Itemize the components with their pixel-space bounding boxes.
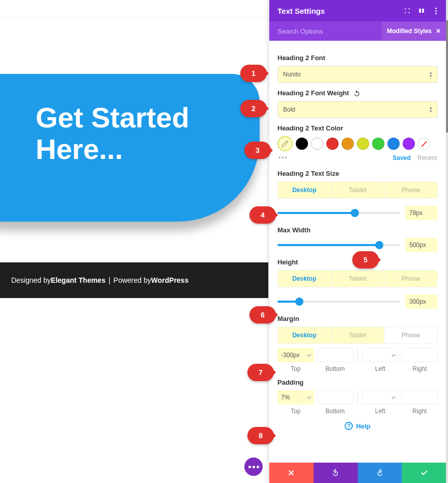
scrollbar-thumb[interactable] bbox=[446, 20, 448, 132]
color-swatch-red[interactable] bbox=[326, 138, 339, 150]
hero-area: Get Started Here... bbox=[0, 18, 268, 262]
color-swatch-white[interactable] bbox=[311, 138, 323, 150]
padding-inputs: 7%⇄ Top Bottom ⇄ Left Right bbox=[277, 390, 438, 415]
link-icon[interactable]: ⇄ bbox=[304, 353, 314, 358]
reset-icon[interactable] bbox=[353, 90, 360, 97]
callout-3: 3 bbox=[244, 142, 271, 159]
help-icon: ? bbox=[345, 422, 353, 430]
label-weight: Heading 2 Font Weight bbox=[277, 89, 438, 97]
link-icon[interactable]: ⇄ bbox=[304, 395, 314, 400]
padding-right-label: Right bbox=[402, 408, 438, 415]
size-slider-row: 78px bbox=[277, 206, 438, 220]
preview-columns-icon[interactable] bbox=[416, 6, 427, 16]
color-swatch-blue[interactable] bbox=[387, 138, 400, 150]
weight-select[interactable]: Bold ▴▾ bbox=[277, 101, 438, 118]
maxw-slider[interactable] bbox=[277, 244, 400, 246]
maxw-value[interactable]: 500px bbox=[405, 238, 438, 252]
color-swatch-yellow[interactable] bbox=[357, 138, 369, 150]
size-tab-desktop[interactable]: Desktop bbox=[278, 182, 331, 198]
chevron-updown-icon: ▴▾ bbox=[430, 106, 432, 113]
redo-button[interactable] bbox=[358, 463, 402, 483]
undo-button[interactable] bbox=[314, 463, 358, 483]
color-swatch-black[interactable] bbox=[296, 138, 308, 150]
margin-bottom-input[interactable] bbox=[317, 348, 354, 362]
color-swatch-none[interactable] bbox=[418, 138, 430, 150]
height-slider-row: 300px bbox=[277, 294, 438, 309]
label-padding: Padding bbox=[277, 379, 438, 386]
padding-left-input[interactable]: ⇄ bbox=[362, 390, 399, 405]
builder-fab[interactable] bbox=[244, 458, 263, 476]
panel-subheader: Modified Styles ✕ bbox=[269, 21, 446, 41]
label-maxw: Max Width bbox=[277, 226, 438, 234]
padding-top-label: Top bbox=[277, 408, 314, 415]
size-tab-tablet[interactable]: Tablet bbox=[331, 182, 385, 198]
search-input[interactable] bbox=[277, 28, 382, 35]
more-dots-icon[interactable]: ••• bbox=[278, 154, 288, 162]
margin-left-label: Left bbox=[362, 365, 399, 372]
eyedropper-button[interactable] bbox=[277, 136, 293, 151]
padding-right-input[interactable] bbox=[402, 390, 438, 405]
size-tab-phone[interactable]: Phone bbox=[384, 182, 437, 198]
label-margin: Margin bbox=[277, 315, 438, 323]
saved-tab[interactable]: Saved bbox=[393, 154, 410, 162]
margin-top-input[interactable]: -300px⇄ bbox=[277, 348, 314, 362]
margin-left-input[interactable]: ⇄ bbox=[362, 348, 399, 362]
panel-action-bar bbox=[269, 463, 446, 483]
color-swatch-purple[interactable] bbox=[403, 138, 415, 150]
footer-text: Designed by bbox=[11, 276, 51, 284]
label-weight-text: Heading 2 Font Weight bbox=[277, 89, 349, 97]
maxw-slider-row: 500px bbox=[277, 238, 438, 252]
label-color: Heading 2 Text Color bbox=[277, 124, 438, 132]
hero-heading: Get Started Here... bbox=[36, 102, 229, 165]
padding-left-label: Left bbox=[362, 408, 399, 415]
save-button[interactable] bbox=[402, 463, 446, 483]
padding-bottom-label: Bottom bbox=[317, 408, 354, 415]
margin-tab-tablet[interactable]: Tablet bbox=[331, 327, 385, 343]
height-tab-phone[interactable]: Phone bbox=[384, 271, 437, 287]
color-swatch-green[interactable] bbox=[372, 138, 384, 150]
modified-styles-pill[interactable]: Modified Styles ✕ bbox=[382, 22, 446, 40]
recent-tab[interactable]: Recent bbox=[417, 154, 437, 162]
expand-icon[interactable] bbox=[402, 6, 412, 16]
panel-title: Text Settings bbox=[277, 7, 398, 15]
height-tab-tablet[interactable]: Tablet bbox=[331, 271, 385, 287]
height-slider[interactable] bbox=[277, 301, 400, 303]
link-icon[interactable]: ⇄ bbox=[389, 395, 398, 400]
margin-tab-desktop[interactable]: Desktop bbox=[278, 327, 331, 343]
margin-tab-phone[interactable]: Phone bbox=[384, 327, 437, 343]
footer-mid: Powered by bbox=[114, 276, 151, 284]
font-select[interactable]: Nunito ▴▾ bbox=[277, 66, 438, 83]
link-icon[interactable]: ⇄ bbox=[389, 353, 398, 358]
size-value[interactable]: 78px bbox=[405, 206, 438, 220]
size-slider[interactable] bbox=[277, 212, 400, 214]
panel-header: Text Settings bbox=[269, 0, 446, 21]
help-link[interactable]: ? Help bbox=[277, 422, 438, 430]
page-top-bar bbox=[0, 0, 268, 18]
padding-bottom-input[interactable] bbox=[317, 390, 354, 405]
footer-brand-1[interactable]: Elegant Themes bbox=[51, 276, 105, 284]
height-tab-desktop[interactable]: Desktop bbox=[278, 271, 331, 287]
font-select-value: Nunito bbox=[283, 71, 301, 78]
size-device-tabs: Desktop Tablet Phone bbox=[277, 181, 438, 199]
divider bbox=[357, 348, 358, 362]
padding-top-input[interactable]: 7%⇄ bbox=[277, 390, 314, 405]
chevron-updown-icon: ▴▾ bbox=[430, 71, 432, 78]
hero-card: Get Started Here... bbox=[0, 74, 260, 222]
page-footer: Designed by Elegant Themes | Powered by … bbox=[0, 262, 268, 298]
swatch-subrow: ••• Saved Recent bbox=[277, 154, 438, 164]
close-icon[interactable]: ✕ bbox=[436, 28, 441, 35]
margin-right-input[interactable] bbox=[402, 348, 438, 362]
svg-rect-0 bbox=[419, 9, 421, 13]
discard-button[interactable] bbox=[269, 463, 314, 483]
panel-scrollbar[interactable] bbox=[446, 0, 448, 483]
callout-4: 4 bbox=[249, 206, 276, 224]
footer-brand-2[interactable]: WordPress bbox=[151, 276, 189, 284]
kebab-menu-icon[interactable] bbox=[431, 6, 441, 16]
footer-sep: | bbox=[108, 276, 110, 284]
margin-top-label: Top bbox=[277, 365, 314, 372]
height-value[interactable]: 300px bbox=[405, 294, 438, 309]
margin-bottom-label: Bottom bbox=[317, 365, 354, 372]
callout-2: 2 bbox=[240, 100, 267, 117]
color-swatch-orange[interactable] bbox=[342, 138, 354, 150]
callout-1: 1 bbox=[240, 65, 267, 82]
